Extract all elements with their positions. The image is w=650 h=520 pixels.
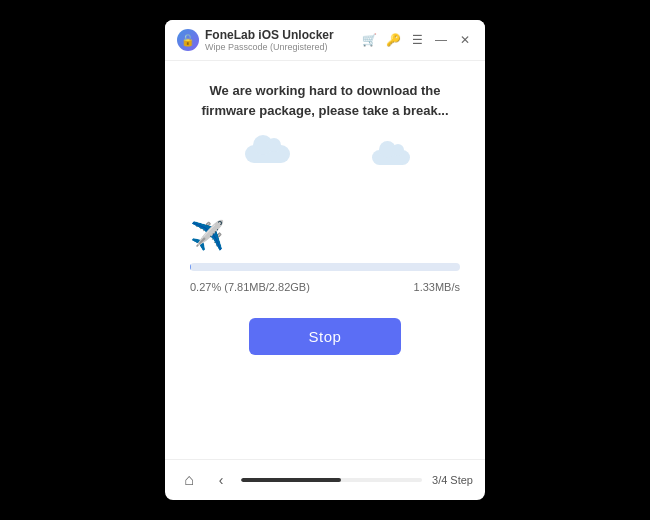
home-button[interactable]: ⌂: [177, 468, 201, 492]
lock-icon: 🔓: [181, 34, 195, 47]
menu-button[interactable]: ☰: [409, 32, 425, 48]
app-subtitle: Wipe Passcode (Unregistered): [205, 42, 334, 52]
progress-bar-background: [190, 263, 460, 271]
cloud-2: [372, 150, 410, 165]
footer-progress-bar: [241, 478, 422, 482]
key-button[interactable]: 🔑: [385, 32, 401, 48]
progress-bar-wrapper: [185, 263, 465, 271]
progress-speed-text: 1.33MB/s: [414, 281, 460, 293]
title-bar: 🔓 FoneLab iOS Unlocker Wipe Passcode (Un…: [165, 20, 485, 61]
footer-left: ⌂ ‹: [177, 468, 231, 492]
app-icon: 🔓: [177, 29, 199, 51]
progress-bar-fill: [190, 263, 191, 271]
progress-percent-text: 0.27% (7.81MB/2.82GB): [190, 281, 310, 293]
stop-button[interactable]: Stop: [249, 318, 402, 355]
content-area: We are working hard to download the firm…: [165, 61, 485, 459]
app-title: FoneLab iOS Unlocker: [205, 28, 334, 42]
clouds-area: [185, 140, 465, 210]
airplane-container: ✈️: [185, 215, 465, 255]
footer: ⌂ ‹ 3/4 Step: [165, 459, 485, 500]
title-bar-right: 🛒 🔑 ☰ — ✕: [361, 32, 473, 48]
progress-info: 0.27% (7.81MB/2.82GB) 1.33MB/s: [185, 281, 465, 293]
title-text-block: FoneLab iOS Unlocker Wipe Passcode (Unre…: [205, 28, 334, 52]
cart-button[interactable]: 🛒: [361, 32, 377, 48]
status-message: We are working hard to download the firm…: [201, 81, 448, 120]
app-window: 🔓 FoneLab iOS Unlocker Wipe Passcode (Un…: [165, 20, 485, 500]
back-button[interactable]: ‹: [211, 470, 231, 490]
minimize-button[interactable]: —: [433, 32, 449, 48]
airplane-icon: ✈️: [190, 219, 225, 252]
step-indicator: 3/4 Step: [432, 474, 473, 486]
footer-progress-fill: [241, 478, 341, 482]
title-bar-left: 🔓 FoneLab iOS Unlocker Wipe Passcode (Un…: [177, 28, 334, 52]
close-button[interactable]: ✕: [457, 32, 473, 48]
cloud-1: [245, 145, 290, 163]
